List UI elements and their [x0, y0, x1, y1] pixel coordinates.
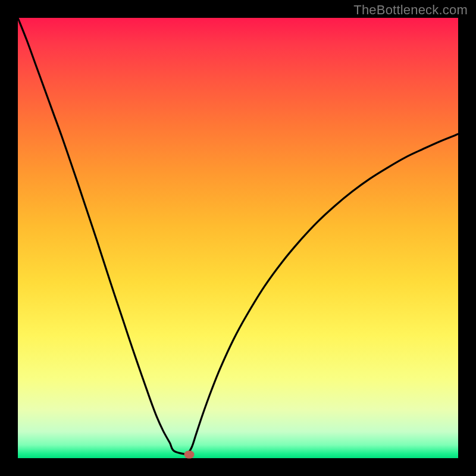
- chart-frame: TheBottleneck.com: [0, 0, 476, 476]
- curve-right-branch: [187, 134, 458, 455]
- bottleneck-curve: [18, 18, 458, 458]
- curve-left-branch: [18, 18, 187, 455]
- optimal-point-marker: [184, 451, 194, 459]
- watermark-text: TheBottleneck.com: [353, 2, 468, 18]
- plot-area: [18, 18, 458, 458]
